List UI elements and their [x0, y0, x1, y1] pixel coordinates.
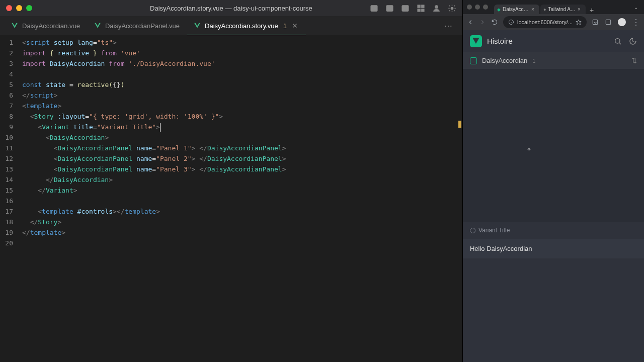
profile-avatar[interactable]	[618, 18, 626, 26]
story-name: DaisyAccordian	[482, 57, 527, 64]
more-actions-icon[interactable]: ⋯	[444, 21, 458, 31]
forward-icon[interactable]	[479, 19, 486, 26]
variant-header[interactable]: Variant Title	[463, 222, 644, 239]
svg-rect-6	[418, 5, 420, 8]
tabs-bar: DaisyAccordian.vue DaisyAccordianPanel.v…	[0, 16, 462, 35]
browser-minimize-button[interactable]	[475, 5, 480, 10]
close-window-button[interactable]	[6, 5, 12, 11]
scroll-marker	[458, 121, 461, 128]
story-badge: 1	[532, 58, 535, 64]
tab-label: DaisyAccordian.story.vue	[205, 22, 278, 30]
panel-left-icon[interactable]	[370, 4, 378, 13]
svg-point-11	[451, 7, 453, 9]
moon-icon[interactable]	[629, 37, 637, 45]
story-icon	[470, 57, 477, 64]
back-icon[interactable]	[467, 19, 474, 26]
variant-blank-area	[463, 261, 644, 362]
close-icon[interactable]: ×	[578, 7, 583, 12]
browser-tab-1[interactable]: ◆ DaisyAccordian ×	[494, 5, 539, 14]
variant-title: Variant Title	[478, 227, 510, 234]
svg-rect-18	[593, 20, 597, 24]
svg-rect-4	[402, 5, 409, 11]
extensions-icon[interactable]	[605, 19, 612, 26]
svg-rect-19	[606, 20, 610, 24]
favicon-icon: ●	[543, 7, 546, 12]
url-bar[interactable]: localhost:6006/story/...	[503, 16, 587, 28]
svg-rect-0	[371, 5, 377, 11]
svg-point-10	[435, 5, 438, 8]
tab-label: DaisyAccordian.vue	[22, 22, 80, 30]
window-title: DaisyAccordian.story.vue — daisy-ui-comp…	[150, 5, 312, 12]
star-icon[interactable]	[576, 19, 582, 25]
menu-icon[interactable]: ⋮	[632, 18, 640, 27]
svg-line-21	[619, 42, 621, 44]
variant-dot-icon	[470, 228, 475, 233]
panel-bottom-icon[interactable]	[385, 4, 394, 13]
svg-rect-7	[422, 5, 424, 8]
chevron-down-icon[interactable]: ⌄	[632, 5, 640, 10]
tab-modified-indicator: 1	[283, 22, 287, 30]
svg-rect-9	[422, 9, 424, 11]
browser-tab-label: DaisyAccordian	[503, 7, 529, 12]
browser-pane: ◆ DaisyAccordian × ● Tailwind Accor × + …	[462, 0, 644, 362]
info-icon[interactable]	[508, 19, 514, 25]
vue-icon	[194, 22, 201, 29]
svg-marker-17	[576, 20, 581, 25]
code-editor[interactable]: 1234567891011121314151617181920 <script …	[0, 35, 462, 362]
titlebar: DaisyAccordian.story.vue — daisy-ui-comp…	[0, 0, 462, 16]
panel-right-icon[interactable]	[401, 4, 410, 13]
close-icon[interactable]: ×	[531, 7, 536, 12]
histoire-app: Histoire DaisyAccordian 1 ⇅ ⌖ Variant Ti…	[463, 30, 644, 362]
search-icon[interactable]	[614, 37, 622, 45]
gear-icon[interactable]	[448, 4, 456, 13]
favicon-icon: ◆	[497, 7, 501, 12]
browser-tabs: ◆ DaisyAccordian × ● Tailwind Accor × +	[494, 0, 632, 14]
histoire-header: Histoire	[463, 30, 644, 52]
download-icon[interactable]	[592, 19, 599, 26]
tab-label: DaisyAccordianPanel.vue	[105, 22, 180, 30]
window-controls	[0, 5, 32, 11]
code-content[interactable]: <script setup lang="ts">import { reactiv…	[22, 35, 462, 362]
reload-icon[interactable]	[491, 19, 498, 26]
expand-icon[interactable]: ⇅	[631, 57, 637, 64]
vue-icon	[94, 22, 101, 29]
browser-window-controls	[467, 5, 488, 10]
maximize-window-button[interactable]	[26, 5, 32, 11]
browser-titlebar: ◆ DaisyAccordian × ● Tailwind Accor × + …	[463, 0, 644, 14]
browser-tab-label: Tailwind Accor	[548, 7, 576, 12]
histoire-logo-icon	[470, 35, 482, 47]
editor-pane: DaisyAccordian.story.vue — daisy-ui-comp…	[0, 0, 462, 362]
cursor-indicator: ⌖	[527, 146, 531, 153]
story-row[interactable]: DaisyAccordian 1 ⇅	[463, 52, 644, 69]
svg-point-20	[615, 38, 620, 43]
histoire-title: Histoire	[487, 37, 513, 45]
vue-icon	[11, 22, 18, 29]
tab-daisyaccordian-story[interactable]: DaisyAccordian.story.vue 1	[187, 16, 306, 35]
account-icon[interactable]	[432, 4, 441, 13]
story-canvas: ⌖	[463, 69, 644, 222]
layout-icon[interactable]	[417, 4, 425, 13]
minimize-window-button[interactable]	[16, 5, 22, 11]
close-icon[interactable]	[291, 22, 299, 30]
browser-maximize-button[interactable]	[483, 5, 488, 10]
svg-rect-2	[386, 5, 393, 11]
browser-toolbar: localhost:6006/story/... ⋮	[463, 14, 644, 30]
new-tab-button[interactable]: +	[587, 6, 597, 14]
browser-tab-2[interactable]: ● Tailwind Accor ×	[540, 5, 586, 14]
line-numbers: 1234567891011121314151617181920	[0, 35, 22, 362]
variant-panel: Variant Title Hello DaisyAccordian	[463, 222, 644, 362]
browser-close-button[interactable]	[467, 5, 472, 10]
variant-content: Hello DaisyAccordian	[463, 239, 644, 258]
tab-daisyaccordianpanel[interactable]: DaisyAccordianPanel.vue	[87, 16, 187, 35]
titlebar-actions	[370, 4, 462, 13]
tab-daisyaccordian[interactable]: DaisyAccordian.vue	[4, 16, 87, 35]
url-text: localhost:6006/story/...	[517, 19, 573, 25]
svg-rect-8	[418, 9, 420, 11]
